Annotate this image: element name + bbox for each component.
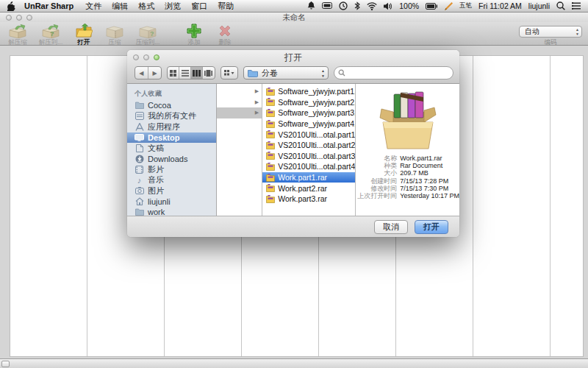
file-row[interactable]: VS2010Ulti...otal.part2.rar (262, 140, 355, 151)
music-note-icon: ♪ (135, 177, 144, 184)
svg-text:?: ? (150, 30, 154, 38)
view-segment (167, 66, 215, 79)
file-row[interactable]: VS2010Ulti...otal.part1.rar (262, 129, 355, 140)
sidebar-item-downloads[interactable]: Downloads (127, 154, 216, 165)
rar-file-icon (266, 174, 275, 182)
folder-icon (248, 69, 258, 77)
input-method-label[interactable]: 五笔 (459, 1, 472, 10)
menubar-clock[interactable]: Fri 11:02 AM (478, 1, 522, 10)
preview-kind: Rar Document (400, 162, 442, 169)
volume-icon[interactable] (384, 2, 392, 10)
preview-created: 7/15/13 7:28 PM (400, 177, 448, 185)
action-menu-icon (221, 67, 237, 79)
location-dropdown[interactable]: 分卷 ▲▼ (243, 66, 329, 79)
time-machine-icon[interactable] (339, 1, 348, 10)
forward-button[interactable]: ▶ (148, 67, 162, 79)
file-row[interactable]: VS2010Ulti...otal.part3.rar (262, 151, 355, 162)
sidebar-item-all-my-files[interactable]: 我的所有文件 (127, 111, 216, 122)
open-button[interactable]: 打开 (69, 24, 98, 47)
sidebar-item-work[interactable]: work (127, 207, 216, 216)
search-input[interactable] (348, 68, 453, 78)
menu-format[interactable]: 格式 (138, 1, 154, 12)
sidebar-item-cocoa[interactable]: Cocoa (127, 100, 216, 111)
main-window-titlebar: 未命名 (0, 13, 588, 22)
downloads-icon (135, 155, 144, 163)
back-button[interactable]: ◀ (135, 67, 148, 79)
preview-pane: 名称Work.part1.rar 种类Rar Document 大小209.7 … (356, 84, 459, 216)
preview-name: Work.part1.rar (400, 155, 442, 162)
menu-help[interactable]: 帮助 (218, 1, 234, 12)
column-view-button[interactable] (191, 67, 203, 79)
battery-percent[interactable]: 100% (399, 1, 419, 10)
compress-button[interactable]: 压缩 (100, 24, 129, 47)
menubar-user[interactable]: liujunli (528, 1, 550, 10)
sidebar-item-home[interactable]: liujunli (127, 197, 216, 208)
sidebar-item-music[interactable]: ♪ 音乐 (127, 175, 216, 186)
file-row[interactable]: VS2010Ulti...otal.part4.rar (262, 161, 355, 172)
coverflow-view-button[interactable] (203, 67, 215, 79)
add-button[interactable]: 添加 (179, 24, 209, 47)
disclosure-icon: ▶ (255, 88, 259, 94)
file-row[interactable]: Software_yjwyjw.part1.rar (262, 86, 355, 97)
delete-button[interactable]: 删除 (210, 24, 240, 47)
menu-window[interactable]: 窗口 (191, 1, 207, 12)
sidebar-item-movies[interactable]: 影片 (127, 164, 216, 175)
sidebar-item-applications[interactable]: 应用程序 (127, 121, 216, 132)
location-value: 分卷 (262, 68, 278, 79)
extract-to-button[interactable]: ? 解压到... (34, 24, 68, 47)
disclosure-icon: ▶ (255, 99, 259, 105)
parent-row[interactable]: ▶ (217, 97, 262, 108)
extract-to-box-icon: ? (41, 24, 60, 38)
disclosure-icon: ▶ (255, 110, 259, 116)
app-name[interactable]: UnRar Sharp (24, 1, 74, 10)
menu-file[interactable]: 文件 (85, 1, 101, 12)
spotlight-search-icon[interactable] (556, 1, 565, 10)
compress-to-button[interactable]: ? 压缩到... (131, 24, 165, 47)
file-row[interactable]: Work.part2.rar (262, 183, 355, 194)
pictures-icon (135, 187, 144, 194)
rar-file-icon (266, 120, 275, 128)
main-window-title: 未命名 (0, 13, 588, 23)
open-folder-icon (75, 24, 93, 38)
browser-parent-column: ▶ ▶ ▶ (217, 84, 262, 216)
file-row[interactable]: Work.part3.rar (262, 194, 355, 205)
sidebar-item-pictures[interactable]: 图片 (127, 185, 216, 197)
compress-box-icon (106, 24, 123, 38)
file-row-selected[interactable]: Work.part1.rar (262, 172, 355, 183)
menu-view[interactable]: 浏览 (165, 1, 181, 12)
rar-file-icon (266, 141, 275, 149)
file-row[interactable]: Software_yjwyjw.part2.rar (262, 97, 355, 108)
battery-icon[interactable] (426, 3, 437, 10)
menu-edit[interactable]: 编辑 (112, 1, 128, 12)
notifications-bell-icon[interactable] (307, 1, 315, 10)
display-icon[interactable] (322, 2, 332, 10)
bluetooth-icon[interactable] (354, 1, 360, 10)
notification-center-icon[interactable] (572, 2, 581, 10)
parent-row-selected[interactable]: ▶ (217, 107, 262, 118)
extract-button[interactable]: 解压缩 (3, 24, 32, 47)
encoding-dropdown[interactable]: 自动 ▲▼ (519, 26, 582, 38)
rar-file-icon (266, 98, 275, 106)
wifi-icon[interactable] (367, 2, 377, 10)
stepper-icons: ▲▼ (576, 27, 579, 36)
rar-file-icon (266, 195, 275, 203)
list-view-button[interactable] (179, 67, 191, 79)
menu-bar: UnRar Sharp 文件 编辑 格式 浏览 窗口 帮助 100% 五笔 Fr… (0, 0, 588, 13)
apple-menu-icon[interactable] (7, 1, 15, 11)
cancel-button[interactable]: 取消 (374, 220, 408, 234)
file-row[interactable]: Software_yjwyjw.part3.rar (262, 107, 355, 118)
open-confirm-button[interactable]: 打开 (415, 220, 448, 234)
rar-file-icon (266, 152, 275, 160)
sidebar-item-desktop[interactable]: Desktop (127, 132, 216, 144)
dialog-header: 打开 ◀ ▶ 分卷 ▲▼ (127, 50, 459, 84)
statusbar-widget[interactable] (1, 361, 10, 367)
parent-row[interactable]: ▶ (217, 86, 262, 97)
input-method-pen-icon[interactable] (444, 2, 453, 10)
action-menu[interactable] (220, 66, 238, 79)
encoding-label: 编码 (545, 38, 557, 47)
rar-archive-preview-icon (374, 90, 442, 150)
file-row[interactable]: Software_yjwyjw.part4.rar (262, 118, 355, 130)
desktop-icon (135, 134, 144, 141)
sidebar-item-documents[interactable]: 文稿 (127, 143, 216, 154)
icon-view-button[interactable] (168, 67, 179, 79)
